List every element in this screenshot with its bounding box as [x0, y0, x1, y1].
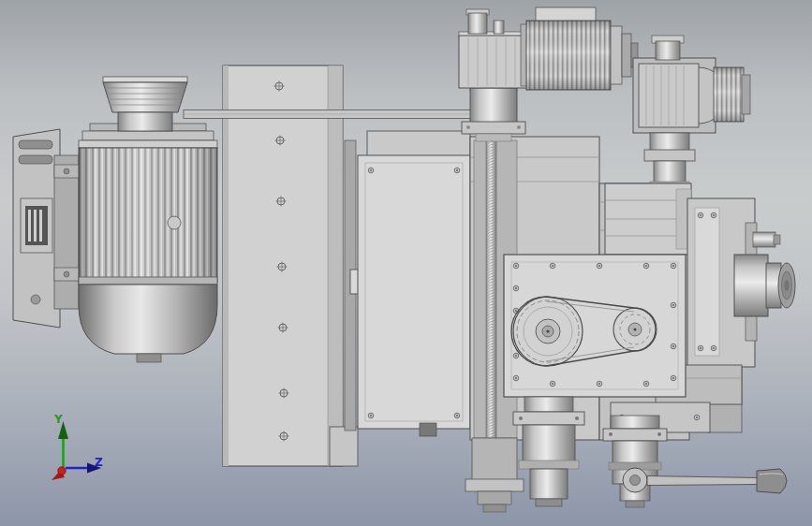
bolt-hole — [513, 353, 519, 358]
vertical-feed-motor[interactable] — [521, 7, 638, 90]
bolt-hole — [694, 415, 700, 420]
bolt-hole — [711, 212, 716, 218]
cad-viewport[interactable]: Y Z — [0, 0, 812, 526]
mount-slot — [19, 155, 52, 164]
origin-sphere — [58, 467, 66, 475]
wall-mount-plate[interactable] — [13, 129, 60, 328]
large-pulley[interactable] — [513, 297, 583, 366]
bolt-hole — [368, 413, 374, 418]
bottom-bearing-stack-left[interactable] — [513, 397, 584, 506]
cross-feed-motor[interactable] — [714, 67, 750, 122]
bolt-hole — [597, 263, 602, 269]
bolt-hole — [671, 343, 676, 349]
belt-drive-plate[interactable] — [504, 255, 686, 397]
x-axis-origin[interactable] — [52, 467, 66, 480]
bolt-hole — [454, 168, 460, 173]
bolt-hole — [711, 345, 716, 351]
bolt-hole — [643, 263, 649, 269]
bolt-hole — [698, 345, 703, 351]
lead-screw[interactable] — [486, 140, 496, 438]
bottom-channel-end[interactable] — [465, 438, 524, 512]
bolt-hole — [454, 413, 460, 418]
bolt-hole — [698, 212, 703, 218]
y-axis-arrow[interactable] — [58, 421, 68, 468]
mount-slot — [19, 140, 52, 149]
orientation-triad[interactable]: Y Z — [52, 413, 103, 480]
main-drive-motor[interactable] — [79, 124, 217, 362]
y-axis-label: Y — [53, 413, 63, 426]
bearing-housing-top[interactable] — [462, 86, 525, 141]
lever-arm — [647, 476, 759, 486]
bolt-hole — [671, 302, 676, 308]
bolt-hole — [671, 375, 676, 381]
bolt-hole — [513, 263, 519, 269]
belt-guard-bar[interactable] — [184, 110, 511, 119]
bolt-hole — [513, 285, 519, 291]
vertical-feed-gearbox[interactable] — [459, 9, 528, 88]
bolt-hole — [368, 168, 374, 173]
bolt-hole — [643, 381, 649, 387]
motor-bell-housing — [79, 285, 217, 354]
cross-feed-gearbox[interactable] — [633, 36, 727, 195]
bottom-bearing-stack-right[interactable] — [603, 416, 667, 507]
bolt-hole — [513, 375, 519, 381]
spindle-nose[interactable] — [734, 255, 795, 316]
bolt-hole — [671, 263, 676, 269]
motor-lug — [168, 216, 181, 229]
bolt-hole — [550, 381, 555, 387]
model-canvas[interactable]: Y Z — [0, 0, 812, 526]
lever-grip — [757, 469, 787, 493]
column-mount-plate[interactable] — [223, 66, 358, 466]
z-axis-label: Z — [95, 456, 103, 469]
bolt-hole — [550, 263, 555, 269]
motor-pulley[interactable] — [103, 77, 187, 131]
bolt-hole — [597, 381, 602, 387]
gearbox-front-plate[interactable] — [358, 131, 470, 436]
